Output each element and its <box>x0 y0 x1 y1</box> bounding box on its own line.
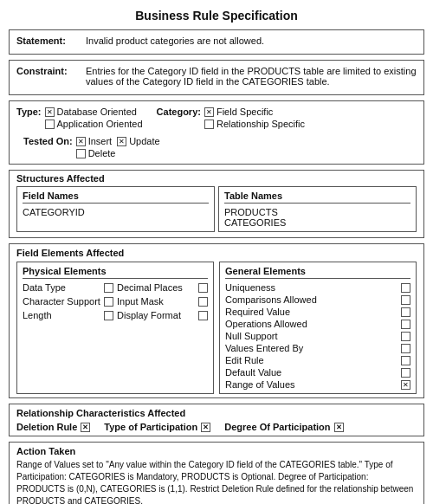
category-option-label-1: Relationship Specific <box>216 119 305 129</box>
physical-cb-2[interactable] <box>104 311 113 320</box>
rel-cb-1[interactable] <box>201 423 210 432</box>
page-title: Business Rule Specification <box>9 9 424 23</box>
table-names-value-0: PRODUCTS <box>224 207 410 217</box>
physical-cb-0[interactable] <box>104 283 113 293</box>
type-checkbox-0[interactable] <box>45 107 55 117</box>
general-cb-7[interactable] <box>401 368 410 378</box>
type-option-label-0: Database Oriented <box>57 107 137 117</box>
general-label-7: Default Value <box>225 367 397 378</box>
physical-label-0: Data Type <box>23 282 66 293</box>
general-label-0: Uniqueness <box>225 282 397 293</box>
physical-row-3: Decimal Places <box>117 282 208 293</box>
general-label-3: Edit Rule <box>225 355 397 365</box>
structures-section: Structures Affected Field Names Category… <box>9 170 424 238</box>
rel-label-2: Degree Of Participation <box>224 422 330 432</box>
physical-row-2: Length <box>23 310 113 320</box>
general-cb-3[interactable] <box>401 356 410 365</box>
rel-cb-0[interactable] <box>81 423 90 432</box>
field-elements-title: Field Elements Affected <box>16 248 417 258</box>
relationship-row: Deletion Rule Type of Participation Degr… <box>16 422 417 432</box>
category-option-1: Relationship Specific <box>204 119 305 129</box>
relationship-section: Relationship Characteristics Affected De… <box>9 404 424 436</box>
type-label: Type: <box>16 107 42 117</box>
category-option-label-0: Field Specific <box>216 107 273 117</box>
relationship-title: Relationship Characteristics Affected <box>16 408 417 418</box>
constraint-row: Constraint: Entries for the Category ID … <box>16 66 417 87</box>
category-checkbox-1[interactable] <box>204 120 214 129</box>
general-label-1: Required Value <box>225 307 397 317</box>
general-label-4: Comparisons Allowed <box>225 294 397 305</box>
general-label-2: Null Support <box>225 331 397 341</box>
physical-cb-1[interactable] <box>104 297 113 307</box>
physical-label-4: Input Mask <box>117 296 164 307</box>
physical-label-3: Decimal Places <box>117 282 183 293</box>
general-cb-1[interactable] <box>401 307 410 317</box>
tested-checkbox-0[interactable] <box>76 137 86 146</box>
rel-cb-2[interactable] <box>334 423 344 432</box>
constraint-label: Constraint: <box>16 66 86 76</box>
general-label-6: Values Entered By <box>225 343 397 353</box>
general-cb-5[interactable] <box>401 320 410 329</box>
general-cb-6[interactable] <box>401 344 410 353</box>
tested-option-label-0: Insert <box>88 136 113 146</box>
category-checkbox-0[interactable] <box>204 107 214 117</box>
physical-row-0: Data Type <box>23 282 113 293</box>
field-names-col: Field Names CategoryID <box>16 186 215 232</box>
general-label-5: Operations Allowed <box>225 319 397 329</box>
category-label: Category: <box>157 107 201 117</box>
statement-label: Statement: <box>16 36 86 46</box>
type-category-section: Type: Database Oriented Application Orie… <box>9 100 424 165</box>
statement-section: Statement: Invalid product categories ar… <box>9 29 424 55</box>
action-section: Action Taken Range of Values set to "Any… <box>9 442 424 504</box>
physical-elements-col: Physical Elements Data Type Decimal Plac… <box>16 262 214 394</box>
rel-item-2: Degree Of Participation <box>224 422 343 432</box>
general-elements-title: General Elements <box>225 266 410 279</box>
physical-row-1: Character Support <box>23 296 113 307</box>
statement-row: Statement: Invalid product categories ar… <box>16 36 417 46</box>
statement-value: Invalid product categories are not allow… <box>86 36 417 46</box>
physical-label-1: Character Support <box>23 296 100 307</box>
physical-elements-title: Physical Elements <box>23 266 208 279</box>
type-group: Type: Database Oriented Application Orie… <box>16 107 143 129</box>
structures-inner: Field Names CategoryID Table Names PRODU… <box>10 186 423 237</box>
field-names-value-0: CategoryID <box>23 207 209 217</box>
general-elements-col: General Elements Uniqueness Comparisons … <box>219 262 417 394</box>
tested-option-label-1: Update <box>129 136 159 146</box>
tested-option-2: Delete <box>76 148 160 158</box>
tested-checkbox-1[interactable] <box>117 137 126 146</box>
action-title: Action Taken <box>16 446 417 456</box>
general-cb-0[interactable] <box>401 283 410 293</box>
table-names-col: Table Names PRODUCTS CATEGORIES <box>218 186 417 232</box>
tested-on-group: Tested On: Insert Update Delete <box>23 136 160 158</box>
type-option-label-1: Application Oriented <box>57 119 143 129</box>
physical-cb-3[interactable] <box>198 283 208 293</box>
type-checkbox-1[interactable] <box>45 120 55 129</box>
general-cb-8[interactable] <box>401 380 410 390</box>
general-cb-2[interactable] <box>401 332 410 341</box>
general-label-8: Range of Values <box>225 379 397 390</box>
category-group: Category: Field Specific Relationship Sp… <box>157 107 305 129</box>
table-names-value-1: CATEGORIES <box>224 217 410 228</box>
table-names-title: Table Names <box>224 191 410 204</box>
field-elements-inner: Physical Elements Data Type Decimal Plac… <box>16 262 417 394</box>
field-elements-section: Field Elements Affected Physical Element… <box>9 243 424 398</box>
constraint-section: Constraint: Entries for the Category ID … <box>9 60 424 95</box>
category-option-0: Field Specific <box>204 107 305 117</box>
tested-option-1: Update <box>117 136 159 146</box>
type-option-1: Application Oriented <box>45 119 143 129</box>
rel-label-0: Deletion Rule <box>16 422 77 432</box>
field-names-title: Field Names <box>23 191 209 204</box>
tested-checkbox-2[interactable] <box>76 149 86 158</box>
tested-on-label: Tested On: <box>23 136 73 146</box>
tested-option-label-2: Delete <box>88 148 116 158</box>
physical-label-2: Length <box>23 310 52 320</box>
physical-cb-4[interactable] <box>198 297 208 307</box>
rel-item-0: Deletion Rule <box>16 422 90 432</box>
type-option-0: Database Oriented <box>45 107 143 117</box>
physical-label-5: Display Format <box>117 310 181 320</box>
physical-row-4: Input Mask <box>117 296 208 307</box>
general-cb-4[interactable] <box>401 295 410 305</box>
action-text: Range of Values set to "Any value within… <box>16 459 417 504</box>
tested-option-0: Insert <box>76 136 113 146</box>
physical-cb-5[interactable] <box>198 311 208 320</box>
